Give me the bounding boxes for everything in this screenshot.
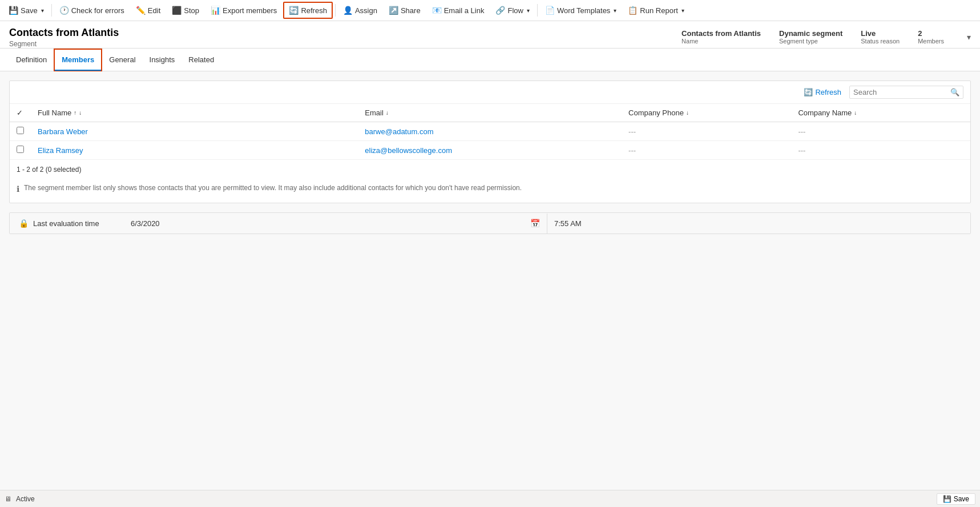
share-icon: ↗️ — [389, 6, 398, 15]
share-button[interactable]: ↗️ Share — [384, 2, 426, 19]
tabs-bar: Definition Members General Insights Rela… — [0, 49, 980, 71]
col-company-name-header[interactable]: Company Name ↓ — [791, 104, 970, 122]
col-company-phone-header[interactable]: Company Phone ↓ — [622, 104, 791, 122]
members-refresh-button[interactable]: 🔄 Refresh — [800, 86, 845, 99]
stop-button[interactable]: ⬛ Stop — [167, 2, 204, 19]
flow-icon: 🔗 — [495, 6, 505, 15]
toolbar-divider-3 — [537, 4, 538, 17]
search-icon: 🔍 — [950, 88, 959, 96]
word-templates-icon: 📄 — [545, 6, 555, 15]
search-input[interactable] — [853, 88, 948, 96]
header-meta-members-label: Members — [918, 38, 944, 45]
save-button[interactable]: 💾 Save ▾ — [3, 2, 49, 19]
page-title: Contacts from Atlantis — [9, 27, 119, 39]
phone-sort-icon: ↓ — [686, 110, 689, 116]
checkbox-icon: ✓ — [17, 108, 23, 117]
word-templates-button[interactable]: 📄 Word Templates ▾ — [540, 2, 622, 19]
row-company-phone: --- — [622, 122, 791, 141]
page-subtitle: Segment — [9, 40, 119, 48]
monitor-icon: 🖥 — [5, 495, 11, 503]
status-save-button[interactable]: 💾 Save — [937, 493, 975, 505]
lock-icon: 🔒 — [19, 219, 29, 228]
row-company-name: --- — [791, 122, 970, 141]
row-company-phone: --- — [622, 141, 791, 160]
table-row: Barbara Weber barwe@adatum.com --- --- — [10, 122, 970, 141]
members-toolbar: 🔄 Refresh 🔍 — [10, 81, 970, 104]
tab-definition[interactable]: Definition — [9, 50, 54, 71]
edit-icon: ✏️ — [136, 6, 146, 15]
row-email[interactable]: eliza@bellowscollege.com — [358, 141, 622, 160]
refresh-button[interactable]: 🔄 Refresh — [283, 2, 333, 19]
status-label: Active — [16, 495, 35, 503]
tab-members[interactable]: Members — [55, 50, 101, 71]
check-errors-button[interactable]: 🕐 Check for errors — [54, 2, 130, 19]
sort-ascending-icon: ↑ — [74, 110, 76, 116]
export-members-icon: 📊 — [211, 6, 220, 15]
run-report-icon: 📋 — [628, 6, 638, 15]
row-full-name[interactable]: Barbara Weber — [31, 122, 358, 141]
word-templates-chevron-icon: ▾ — [614, 7, 616, 14]
info-note: ℹ The segment member list only shows tho… — [10, 179, 970, 203]
status-left: 🖥 Active — [5, 495, 35, 503]
col-full-name-header[interactable]: Full Name ↑ ↓ — [31, 104, 358, 122]
evaluation-date-field[interactable]: 6/3/2020 📅 — [124, 213, 547, 234]
sort-descending-icon: ↓ — [79, 110, 82, 116]
export-members-button[interactable]: 📊 Export members — [205, 2, 282, 19]
table-row: Eliza Ramsey eliza@bellowscollege.com --… — [10, 141, 970, 160]
evaluation-label: 🔒 Last evaluation time — [10, 213, 124, 234]
row-checkbox[interactable] — [10, 122, 31, 141]
row-company-name: --- — [791, 141, 970, 160]
run-report-chevron-icon: ▾ — [681, 7, 684, 14]
status-save-icon: 💾 — [943, 495, 951, 503]
members-table: ✓ Full Name ↑ ↓ Email ↓ — [10, 104, 970, 160]
info-icon: ℹ — [17, 184, 19, 194]
page-header-left: Contacts from Atlantis Segment — [9, 27, 119, 48]
col-check-header[interactable]: ✓ — [10, 104, 31, 122]
tab-related[interactable]: Related — [182, 50, 221, 71]
refresh-icon: 🔄 — [289, 6, 299, 15]
email-link-icon: 📧 — [432, 6, 442, 15]
email-sort-icon: ↓ — [386, 110, 389, 116]
evaluation-date-value: 6/3/2020 — [131, 219, 526, 228]
run-report-button[interactable]: 📋 Run Report ▾ — [623, 2, 689, 19]
calendar-icon: 📅 — [530, 219, 540, 228]
header-meta-segment-type-label: Segment type — [779, 38, 842, 45]
header-meta-name-label: Name — [681, 38, 761, 45]
flow-button[interactable]: 🔗 Flow ▾ — [490, 2, 534, 19]
search-box[interactable]: 🔍 — [849, 86, 963, 99]
header-meta-members: 2 Members — [918, 29, 944, 45]
header-meta-members-value: 2 — [918, 29, 944, 38]
evaluation-time-value: 7:55 AM — [554, 219, 582, 228]
assign-icon: 👤 — [343, 6, 353, 15]
email-link-button[interactable]: 📧 Email a Link — [427, 2, 490, 19]
header-meta-segment-type: Dynamic segment Segment type — [779, 29, 842, 45]
row-email[interactable]: barwe@adatum.com — [358, 122, 622, 141]
members-refresh-icon: 🔄 — [804, 88, 813, 96]
page-header-right: Contacts from Atlantis Name Dynamic segm… — [681, 29, 971, 45]
tab-insights[interactable]: Insights — [143, 50, 182, 71]
row-checkbox-input[interactable] — [17, 127, 24, 134]
header-collapse-icon[interactable]: ▾ — [967, 33, 971, 42]
col-email-header[interactable]: Email ↓ — [358, 104, 622, 122]
table-header-row: ✓ Full Name ↑ ↓ Email ↓ — [10, 104, 970, 122]
toolbar-divider-1 — [51, 4, 52, 17]
header-meta-status-reason: Live Status reason — [861, 29, 900, 45]
page-header: Contacts from Atlantis Segment Contacts … — [0, 21, 980, 49]
row-checkbox[interactable] — [10, 141, 31, 160]
tab-general[interactable]: General — [102, 50, 142, 71]
members-panel: 🔄 Refresh 🔍 ✓ Full N — [9, 81, 971, 203]
row-checkbox-input[interactable] — [17, 146, 24, 153]
header-meta-name-value: Contacts from Atlantis — [681, 29, 761, 38]
stop-icon: ⬛ — [172, 6, 182, 15]
edit-button[interactable]: ✏️ Edit — [131, 2, 166, 19]
row-full-name[interactable]: Eliza Ramsey — [31, 141, 358, 160]
evaluation-panel: 🔒 Last evaluation time 6/3/2020 📅 7:55 A… — [9, 212, 971, 234]
header-meta-name: Contacts from Atlantis Name — [681, 29, 761, 45]
evaluation-row: 🔒 Last evaluation time 6/3/2020 📅 7:55 A… — [10, 213, 970, 234]
records-count: 1 - 2 of 2 (0 selected) — [10, 160, 970, 179]
assign-button[interactable]: 👤 Assign — [338, 2, 382, 19]
main-content: 🔄 Refresh 🔍 ✓ Full N — [0, 71, 980, 490]
flow-chevron-icon: ▾ — [527, 7, 530, 14]
save-icon: 💾 — [9, 6, 18, 15]
evaluation-time-field[interactable]: 7:55 AM — [547, 214, 970, 234]
